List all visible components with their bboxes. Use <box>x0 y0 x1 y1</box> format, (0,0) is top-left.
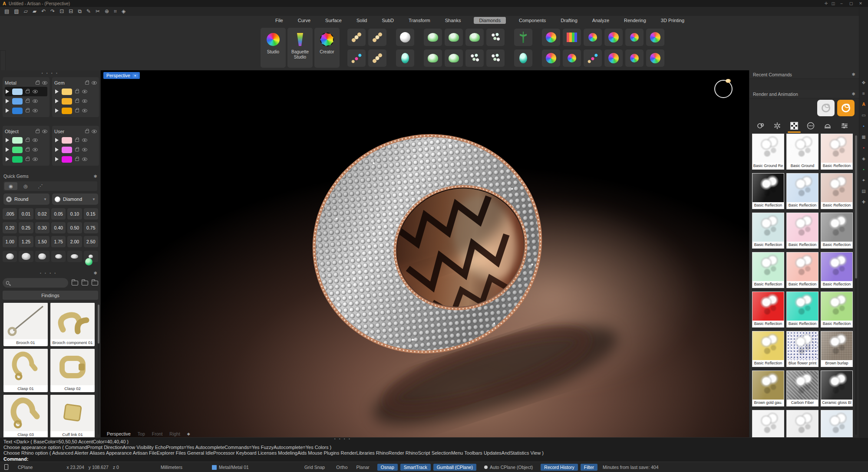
open-file-icon[interactable]: ▱ <box>24 9 28 14</box>
material-tile[interactable]: Basic Reflection <box>821 252 853 288</box>
layer-color-swatch[interactable] <box>12 88 23 95</box>
eye-icon[interactable] <box>82 90 87 93</box>
viewport-tab-perspective[interactable]: Perspective <box>107 431 131 436</box>
copy-icon[interactable]: ⧉ <box>78 9 82 14</box>
material-tile[interactable]: Basic Ground Re <box>752 134 784 170</box>
gem-channel-button[interactable] <box>368 29 386 46</box>
play-icon[interactable] <box>55 99 59 103</box>
minimize-button[interactable]: – <box>837 1 846 6</box>
material-tile[interactable]: Basic Reflection <box>821 292 853 328</box>
layer-color-swatch[interactable] <box>12 108 23 114</box>
size-button[interactable]: 0.50 <box>67 222 82 233</box>
lock-icon[interactable] <box>75 90 79 93</box>
material-tile[interactable]: Ceramic gloss Bl <box>821 370 853 406</box>
gem-head-button[interactable] <box>35 251 50 262</box>
menu-3d-printing[interactable]: 3D Printing <box>659 17 686 24</box>
gem-cross-button[interactable] <box>347 49 366 67</box>
render-animation-header[interactable]: Render and Animation ✱ <box>749 90 859 98</box>
material-tile[interactable]: Basic Reflection <box>752 252 784 288</box>
play-icon[interactable] <box>6 138 9 142</box>
lock-icon[interactable] <box>26 148 30 151</box>
sparkle-panel-icon[interactable]: ✦ <box>862 178 865 183</box>
material-tile[interactable] <box>786 410 818 437</box>
menu-solid[interactable]: Solid <box>355 17 369 24</box>
gem-preview-sphere[interactable] <box>85 258 92 266</box>
command-area[interactable]: ▪ ▪ ▪ ▪ Text <Dark> ( BaseColor=50,50,50… <box>0 437 868 462</box>
material-tile[interactable] <box>752 410 784 437</box>
size-button[interactable]: 0.05 <box>51 208 66 220</box>
folder-sync-icon[interactable] <box>92 281 98 285</box>
gem-bezel-button[interactable] <box>445 49 463 67</box>
eye-icon[interactable] <box>33 109 38 112</box>
gear-icon[interactable]: ✱ <box>94 271 97 275</box>
menu-surface[interactable]: Surface <box>323 17 343 24</box>
lock-icon[interactable] <box>75 109 79 112</box>
color-ball-button[interactable] <box>542 29 560 46</box>
panel-grip[interactable]: ▪ ▪ ▪ ▪ <box>0 71 100 75</box>
finding-item[interactable]: Brooch 01 <box>3 303 48 346</box>
size-button[interactable]: 0.20 <box>3 222 17 233</box>
tab-materials[interactable] <box>789 121 800 131</box>
osnap-toggle[interactable]: Osnap <box>377 464 398 471</box>
gumball-toggle[interactable]: Gumball (CPlane) <box>433 464 476 471</box>
gem-head-button[interactable] <box>51 251 66 262</box>
prong-tool-button[interactable] <box>514 29 532 46</box>
menu-components[interactable]: Components <box>517 17 548 24</box>
gem-mode-button[interactable]: ◉ <box>4 182 17 190</box>
materials-scrollbar[interactable] <box>855 135 857 435</box>
play-icon[interactable] <box>6 157 9 161</box>
notes-panel-icon[interactable]: ▤ <box>861 189 865 193</box>
gem-panel-icon[interactable]: ◈ <box>862 157 865 161</box>
rainbow-sphere-button[interactable] <box>646 29 664 46</box>
help-icon[interactable]: ◫ <box>831 1 835 6</box>
lock-icon[interactable] <box>26 158 30 161</box>
viewport-title-tab[interactable]: Perspective ▼ <box>103 72 140 79</box>
gem-head-button[interactable] <box>3 251 17 262</box>
material-tile[interactable]: Brown burlap <box>821 331 853 367</box>
artisan-panel-icon[interactable]: A <box>862 102 865 107</box>
gem-cut-dropdown[interactable]: Diamond ▼ <box>52 193 98 205</box>
size-button[interactable]: 1.75 <box>51 236 66 247</box>
viewport-tab-top[interactable]: Top <box>138 431 145 436</box>
material-tile[interactable]: Basic Reflection <box>786 173 818 209</box>
smarttrack-toggle[interactable]: SmartTrack <box>400 464 431 471</box>
play-icon[interactable] <box>6 148 9 152</box>
tab-environments[interactable] <box>822 121 833 131</box>
material-tile[interactable]: Basic Reflection <box>752 173 784 209</box>
units-label[interactable]: Millimeters <box>161 465 182 470</box>
material-tile[interactable]: Basic Reflection <box>752 331 784 367</box>
ball3-button[interactable] <box>625 49 644 67</box>
grid-panel-icon[interactable]: ▦ <box>861 135 865 139</box>
material-tile[interactable]: Basic Reflection <box>786 252 818 288</box>
layer-color-swatch[interactable] <box>62 147 72 153</box>
eye-icon[interactable] <box>42 130 47 133</box>
lock-icon[interactable] <box>75 139 79 142</box>
material-tile[interactable]: Basic Reflection <box>821 134 853 170</box>
size-button[interactable]: 2.00 <box>67 236 82 247</box>
material-tile[interactable]: Basic Reflection <box>821 173 853 209</box>
color-bars-button[interactable] <box>563 29 581 46</box>
play-icon[interactable] <box>55 89 59 94</box>
layer-row[interactable] <box>5 135 47 145</box>
auto-cplane-toggle[interactable]: Auto CPlane (Object) <box>484 465 533 470</box>
layer-color-swatch[interactable] <box>62 98 72 105</box>
menu-curve[interactable]: Curve <box>296 17 312 24</box>
eye-icon[interactable] <box>82 157 87 161</box>
chevron-down-icon[interactable]: ▼ <box>132 74 138 78</box>
redo-icon[interactable]: ↷ <box>50 9 55 14</box>
tab-gems[interactable] <box>772 121 783 131</box>
finding-item[interactable]: Brooch component 01 <box>50 303 95 346</box>
cut-icon[interactable]: ✂ <box>96 9 100 14</box>
teal-gem-button[interactable] <box>396 49 414 67</box>
lock-icon[interactable] <box>75 148 79 151</box>
studio-button[interactable]: Studio <box>261 28 286 68</box>
material-tile[interactable]: Basic Ground <box>786 134 818 170</box>
active-layer[interactable]: Metal/Metal 01 <box>212 465 249 470</box>
finding-item[interactable]: Clasp 02 <box>50 349 95 392</box>
red-panel-icon[interactable]: ▪ <box>863 146 865 150</box>
new-file-icon[interactable]: ▤ <box>4 9 9 14</box>
layer-row[interactable] <box>5 96 47 106</box>
record-history-toggle[interactable]: Record History <box>541 464 578 471</box>
cplane-label[interactable]: CPlane <box>18 465 33 470</box>
eye-icon[interactable] <box>33 99 38 103</box>
